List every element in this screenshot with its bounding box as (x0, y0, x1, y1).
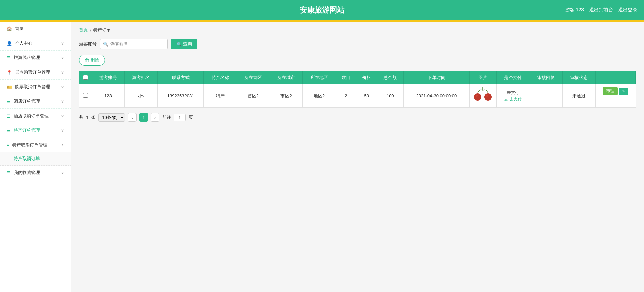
pay-link[interactable]: 去 去支付 (504, 96, 521, 102)
page-label: 页 (189, 114, 193, 120)
sidebar-item-special-orders[interactable]: ☰ 特产订单管理 ∨ (0, 123, 71, 138)
col-tourist-account: 游客账号 (92, 71, 125, 84)
delete-icon: 🗑 (85, 58, 89, 63)
prev-page-button[interactable]: ‹ (128, 113, 137, 122)
chevron-down-icon: ∨ (61, 99, 64, 104)
site-title: 安康旅游网站 (300, 5, 344, 15)
cell-contact: 13923532031 (157, 84, 204, 108)
search-bar: 游客账号 🔍 🔍 查询 (79, 39, 636, 49)
special-cancel-icon: ● (7, 143, 9, 148)
next-page-button[interactable]: › (151, 113, 159, 122)
row-checkbox-cell (79, 84, 92, 108)
svg-point-2 (476, 95, 478, 97)
sidebar-item-hotel-cancel[interactable]: ☰ 酒店取消订单管理 ∨ (0, 109, 71, 123)
col-price: 价格 (356, 71, 377, 84)
cell-payment: 未支付 去 去支付 (496, 84, 529, 108)
payment-status-text: 未支付 (507, 90, 519, 96)
cell-area: 地区2 (303, 84, 336, 108)
cell-order-time: 2021-04-30 00:00:00 (403, 84, 469, 108)
chevron-down-icon: ∨ (61, 41, 64, 46)
sidebar-item-favorites[interactable]: ☰ 我的收藏管理 ∨ (0, 166, 71, 180)
search-btn-icon: 🔍 (176, 42, 182, 47)
breadcrumb-home[interactable]: 首页 (79, 27, 88, 33)
cell-audit-status: 未通过 (563, 84, 596, 108)
sidebar-item-ticket-cancel[interactable]: 🎫 购票取消订单管理 ∨ (0, 80, 71, 94)
sidebar-item-profile[interactable]: 👤 个人中心 ∨ (0, 36, 71, 51)
sidebar-item-special-cancel-label: 特产取消订单管理 (12, 142, 47, 148)
sidebar-item-hotel-orders[interactable]: ☰ 酒店订单管理 ∨ (0, 94, 71, 109)
chevron-down-icon: ∨ (61, 114, 64, 118)
review-button[interactable]: 审理 (603, 87, 618, 95)
chevron-down-icon: ∨ (61, 56, 64, 60)
home-icon: 🏠 (7, 26, 12, 31)
page-size-select[interactable]: 10条/页 20条/页 50条/页 (98, 113, 125, 122)
col-district: 所在首区 (237, 71, 270, 84)
goto-page-input[interactable] (174, 114, 186, 121)
sidebar-item-special-orders-label: 特产订单管理 (14, 127, 40, 133)
cell-price: 50 (356, 84, 377, 108)
pagination-total-count: 1 (86, 115, 89, 120)
col-contact: 联系方式 (157, 71, 204, 84)
col-tourist-name: 游客姓名 (125, 71, 158, 84)
payment-status: 未支付 去 去支付 (499, 90, 527, 102)
select-all-checkbox[interactable] (83, 75, 88, 80)
extra-action-button[interactable]: > (619, 88, 628, 95)
col-area: 所在地区 (303, 71, 336, 84)
col-product-name: 特产名称 (204, 71, 237, 84)
table-row: 123 小v 13923532031 特产 首区2 市区2 地区2 2 50 1… (79, 84, 636, 108)
chevron-down-icon: ∨ (61, 128, 64, 133)
cell-city: 市区2 (270, 84, 303, 108)
favorites-icon: ☰ (7, 170, 11, 175)
back-to-admin-link[interactable]: 退出到前台 (589, 7, 613, 13)
search-icon: 🔍 (103, 42, 108, 47)
chevron-down-icon: ∨ (61, 171, 64, 175)
product-image (473, 87, 493, 104)
data-table: 游客账号 游客姓名 联系方式 特产名称 所在首区 所在城市 所在地区 数目 价格… (79, 71, 636, 108)
svg-point-4 (486, 95, 488, 97)
breadcrumb: 首页 / 特产订单 (79, 27, 636, 33)
row-checkbox[interactable] (83, 93, 88, 98)
ticket-icon: 🎫 (7, 84, 12, 90)
chevron-down-icon: ∨ (61, 70, 64, 75)
cell-tourist-name: 小v (125, 84, 158, 108)
chevron-down-icon: ∨ (61, 85, 64, 89)
main-content: 首页 / 特产订单 游客账号 🔍 🔍 查询 🗑 删除 (71, 22, 644, 292)
routes-icon: ☰ (7, 55, 11, 60)
hotel-icon: ☰ (7, 99, 11, 104)
col-audit-status: 审核状态 (563, 71, 596, 84)
table-body: 123 小v 13923532031 特产 首区2 市区2 地区2 2 50 1… (79, 84, 636, 108)
header: 安康旅游网站 游客 123 退出到前台 退出登录 (0, 0, 644, 20)
pagination-total-unit: 条 (91, 114, 96, 120)
sidebar-item-favorites-label: 我的收藏管理 (14, 170, 40, 176)
page-1-button[interactable]: 1 (139, 113, 148, 122)
pagination: 共 1 条 10条/页 20条/页 50条/页 ‹ 1 › 前往 页 (79, 113, 636, 122)
profile-icon: 👤 (7, 41, 12, 46)
special-orders-icon: ☰ (7, 128, 11, 133)
search-label: 游客账号 (79, 41, 97, 47)
sidebar-item-special-cancel[interactable]: ● 特产取消订单管理 ∧ (0, 138, 71, 152)
delete-button[interactable]: 🗑 删除 (79, 55, 105, 66)
sidebar-item-routes[interactable]: ☰ 旅游线路管理 ∨ (0, 51, 71, 65)
search-input-wrap: 🔍 (100, 39, 168, 49)
cell-product-name: 特产 (204, 84, 237, 108)
goto-label: 前往 (162, 114, 171, 120)
logout-link[interactable]: 退出登录 (618, 7, 637, 13)
search-input[interactable] (110, 42, 165, 47)
breadcrumb-sep: / (90, 28, 91, 33)
hotel-cancel-icon: ☰ (7, 114, 11, 119)
svg-point-1 (474, 93, 481, 101)
col-actions (595, 71, 635, 84)
search-button[interactable]: 🔍 查询 (171, 39, 197, 49)
col-total: 总金额 (377, 71, 403, 84)
sidebar-item-routes-label: 旅游线路管理 (14, 55, 40, 61)
scenic-icon: 📍 (7, 70, 12, 75)
delete-label: 删除 (91, 57, 99, 63)
special-cancel-list-label: 特产取消订单 (14, 156, 40, 161)
sidebar-item-scenic-orders[interactable]: 📍 景点购票订单管理 ∨ (0, 65, 71, 80)
data-table-wrap: 游客账号 游客姓名 联系方式 特产名称 所在首区 所在城市 所在地区 数目 价格… (79, 71, 636, 108)
sidebar-item-hotel-cancel-label: 酒店取消订单管理 (14, 113, 49, 119)
sidebar-item-home[interactable]: 🏠 首页 (0, 22, 71, 36)
sidebar-sub-item-special-cancel-list[interactable]: 特产取消订单 (0, 152, 71, 166)
cell-quantity: 2 (336, 84, 356, 108)
cell-total: 100 (377, 84, 403, 108)
